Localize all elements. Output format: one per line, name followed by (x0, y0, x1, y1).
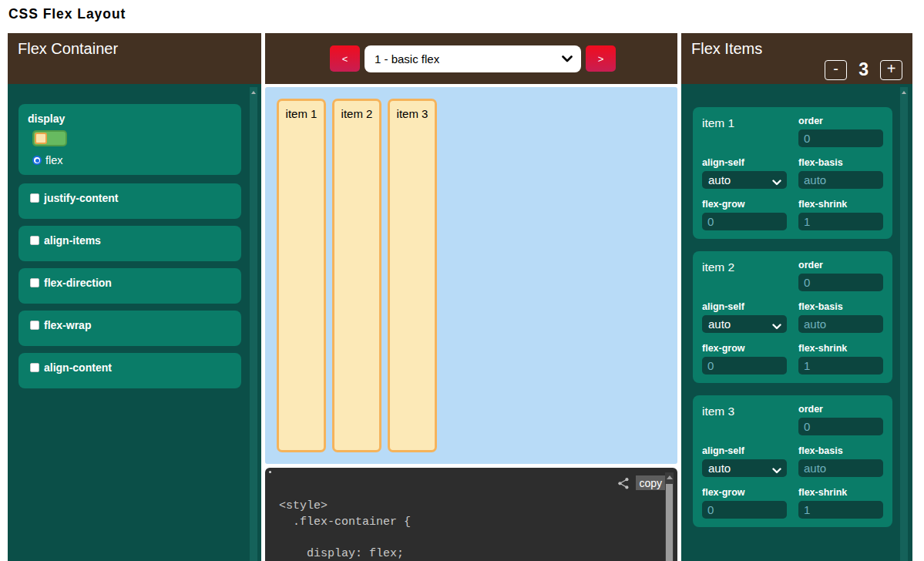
flex-stage: item 1 item 2 item 3 (265, 87, 677, 464)
display-radio-row: flex (32, 154, 232, 166)
property-card-flex-wrap: flex-wrap (18, 311, 241, 346)
flex-grow-input[interactable] (702, 213, 787, 230)
flex-basis-input[interactable] (798, 459, 883, 477)
middle-column: < 1 - basic flex > item 1 item 2 item 3 … (265, 33, 677, 561)
align-content-checkbox[interactable] (30, 363, 39, 372)
flex-basis-input[interactable] (798, 315, 883, 333)
display-card: display flex (18, 104, 241, 175)
flex-items-scrollbar[interactable] (900, 87, 908, 561)
order-input[interactable] (798, 274, 883, 291)
flex-shrink-label: flex-shrink (798, 487, 883, 498)
stage-flex-item: item 1 (277, 99, 326, 452)
item-card-1: item 1 order align-self auto flex-basis … (693, 107, 892, 239)
align-items-checkbox[interactable] (30, 236, 39, 245)
flex-container-panel: Flex Container display flex justify-cont… (8, 33, 261, 561)
flex-container-scrollbar[interactable] (250, 87, 257, 561)
prev-preset-button[interactable]: < (330, 45, 360, 72)
flex-grow-label: flex-grow (702, 487, 787, 498)
align-self-label: align-self (702, 445, 787, 456)
display-label: display (28, 113, 232, 124)
flex-basis-label: flex-basis (798, 445, 883, 456)
align-self-select[interactable]: auto (702, 315, 787, 333)
flex-radio[interactable] (32, 156, 42, 165)
stage-flex-item: item 3 (388, 99, 437, 452)
code-block: <style> .flex-container { display: flex;… (265, 468, 677, 561)
flex-grow-input[interactable] (702, 357, 787, 375)
flex-shrink-input[interactable] (798, 501, 883, 519)
property-card-align-items: align-items (18, 226, 241, 261)
flex-shrink-input[interactable] (798, 357, 883, 375)
main-layout: Flex Container display flex justify-cont… (0, 33, 924, 561)
scroll-up-icon (251, 91, 256, 94)
align-items-label[interactable]: align-items (44, 235, 101, 246)
share-icon[interactable] (617, 477, 630, 489)
flex-radio-label[interactable]: flex (45, 154, 63, 166)
align-self-select[interactable]: auto (702, 459, 787, 477)
flex-direction-label[interactable]: flex-direction (44, 277, 112, 288)
order-label: order (798, 116, 883, 126)
align-self-select[interactable]: auto (702, 171, 787, 189)
item-cards: item 1 order align-self auto flex-basis … (693, 107, 892, 527)
code-scrollbar[interactable] (665, 472, 674, 561)
flex-container-title: Flex Container (18, 41, 251, 57)
scroll-up-icon (667, 475, 673, 479)
flex-wrap-label[interactable]: flex-wrap (44, 320, 91, 331)
item-card-2: item 2 order align-self auto flex-basis … (693, 251, 892, 383)
item-counter: - 3 + (691, 59, 902, 80)
stage-flex-item: item 2 (332, 99, 381, 452)
flex-grow-input[interactable] (702, 501, 787, 519)
order-label: order (798, 260, 883, 270)
copy-button[interactable]: copy (636, 475, 665, 490)
flex-basis-label: flex-basis (798, 157, 883, 168)
flex-grow-label: flex-grow (702, 199, 787, 210)
flex-wrap-checkbox[interactable] (30, 321, 39, 330)
remove-item-button[interactable]: - (825, 60, 847, 80)
align-self-label: align-self (702, 157, 787, 168)
preset-select[interactable]: 1 - basic flex (365, 45, 581, 72)
code-actions: copy (617, 475, 665, 490)
flex-shrink-input[interactable] (798, 213, 883, 230)
flex-basis-label: flex-basis (798, 301, 883, 312)
display-toggle-knob (35, 133, 47, 144)
preset-bar: < 1 - basic flex > (265, 33, 677, 84)
add-item-button[interactable]: + (880, 60, 902, 80)
order-label: order (798, 404, 883, 415)
order-input[interactable] (798, 418, 883, 435)
flex-container-header: Flex Container (8, 33, 261, 84)
container-properties: justify-content align-items flex-directi… (18, 183, 241, 388)
property-card-flex-direction: flex-direction (18, 268, 241, 304)
property-card-justify-content: justify-content (18, 183, 241, 219)
preset-select-wrap: 1 - basic flex (365, 45, 581, 72)
code-dot (269, 471, 271, 473)
next-preset-button[interactable]: > (586, 45, 616, 72)
flex-items-panel: Flex Items - 3 + item 1 order align-self… (681, 33, 912, 561)
property-card-align-content: align-content (18, 353, 241, 388)
justify-content-checkbox[interactable] (30, 193, 39, 203)
item-count: 3 (858, 59, 869, 80)
flex-basis-input[interactable] (798, 171, 883, 189)
item-card-3: item 3 order align-self auto flex-basis … (693, 395, 892, 527)
page-title: CSS Flex Layout (8, 6, 924, 22)
flex-items-title: Flex Items (691, 41, 902, 57)
flex-direction-checkbox[interactable] (30, 278, 39, 287)
flex-shrink-label: flex-shrink (798, 343, 883, 354)
align-self-label: align-self (702, 301, 787, 312)
flex-grow-label: flex-grow (702, 343, 787, 354)
code-scrollbar-thumb[interactable] (666, 484, 673, 561)
display-toggle[interactable] (32, 130, 67, 146)
order-input[interactable] (798, 129, 883, 147)
code-text: <style> .flex-container { display: flex; (265, 468, 677, 561)
justify-content-label[interactable]: justify-content (44, 193, 118, 203)
align-content-label[interactable]: align-content (44, 362, 112, 373)
flex-shrink-label: flex-shrink (798, 199, 883, 210)
scroll-up-icon (902, 91, 906, 94)
flex-container-body: display flex justify-content align-items (8, 84, 261, 561)
flex-items-header: Flex Items - 3 + (681, 33, 912, 84)
flex-items-body: item 1 order align-self auto flex-basis … (681, 84, 912, 561)
